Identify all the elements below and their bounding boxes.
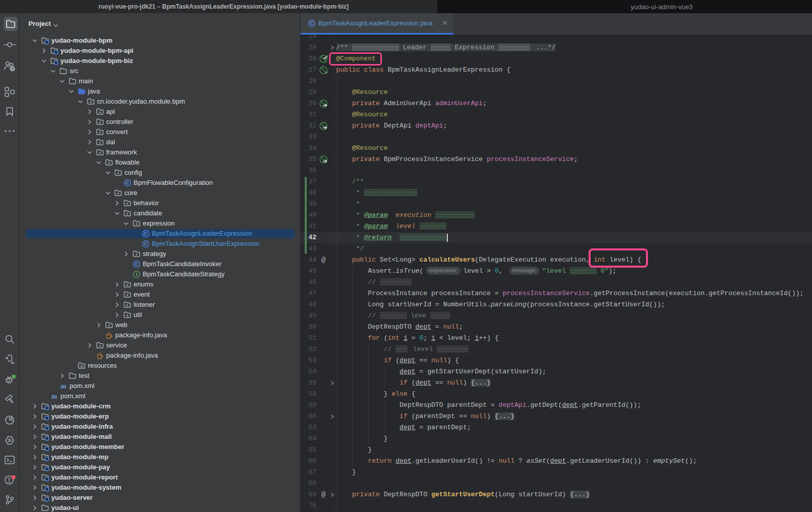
svg-text:m: m [61, 382, 67, 390]
svg-text:C: C [126, 180, 129, 185]
svg-text:C: C [144, 241, 148, 246]
svg-text:m: m [52, 393, 57, 400]
svg-text:?: ? [11, 67, 14, 72]
svg-text:C: C [135, 261, 139, 267]
svg-text:C: C [310, 20, 314, 26]
svg-text:C: C [144, 231, 148, 236]
svg-text:I: I [136, 271, 138, 277]
